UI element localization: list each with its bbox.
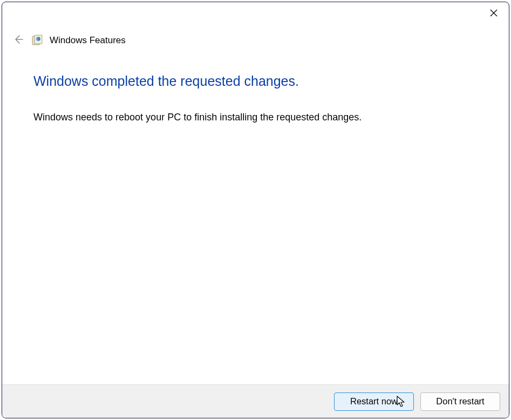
body-text: Windows needs to reboot your PC to finis…: [33, 111, 478, 124]
dont-restart-button[interactable]: Don't restart: [420, 392, 500, 411]
main-heading: Windows completed the requested changes.: [33, 73, 478, 89]
arrow-left-icon: [13, 34, 24, 47]
windows-features-icon: [31, 35, 43, 46]
back-button[interactable]: [12, 34, 25, 47]
titlebar: [2, 2, 509, 24]
content-area: Windows completed the requested changes.…: [2, 48, 509, 384]
restart-now-button[interactable]: Restart now: [334, 392, 414, 411]
close-button[interactable]: [488, 9, 499, 19]
window-title: Windows Features: [50, 35, 126, 46]
dialog-window: Windows Features Windows completed the r…: [2, 2, 509, 418]
header-row: Windows Features: [2, 24, 509, 48]
close-icon: [489, 9, 498, 19]
footer-bar: Restart now Don't restart: [2, 384, 509, 418]
